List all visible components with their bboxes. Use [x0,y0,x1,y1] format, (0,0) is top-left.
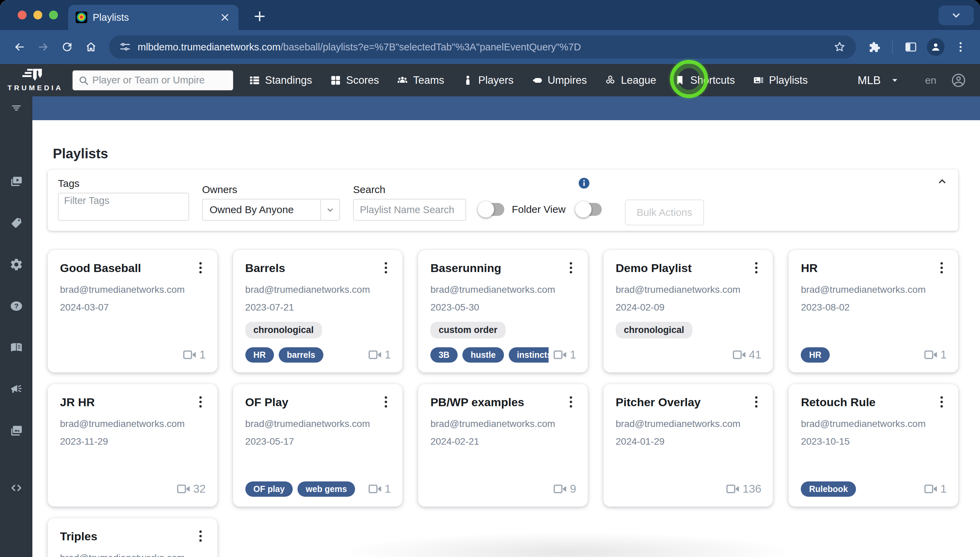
global-search[interactable] [72,70,234,91]
extensions-icon[interactable] [866,39,882,55]
playlist-title: Baserunning [430,262,566,275]
playlist-card[interactable]: JR HR brad@trumedianetworks.com 2023-11-… [48,384,217,507]
kebab-menu-icon[interactable] [381,262,391,275]
video-count-number: 1 [941,348,947,361]
nav-item-league[interactable]: League [604,74,656,86]
tags-filter-group: Tags [58,178,189,221]
help-icon[interactable]: ? [10,299,23,313]
kebab-menu-icon[interactable] [751,396,761,410]
kebab-menu-icon[interactable] [566,396,576,410]
tab-search-button[interactable] [938,5,974,25]
tab-strip: Playlists [0,0,980,30]
tags-filter-input[interactable] [58,193,189,221]
playlist-date: 2023-11-29 [60,436,206,447]
playlist-card[interactable]: PB/WP examples brad@trumedianetworks.com… [418,384,588,507]
search-label: Search [353,184,466,195]
playlist-date: 2024-02-09 [616,302,761,313]
kebab-menu-icon[interactable] [751,262,761,275]
forward-button[interactable] [36,39,51,55]
maximize-window-button[interactable] [49,11,58,20]
playlist-title: PB/WP examples [430,396,566,409]
nav-item-playlists[interactable]: Playlists [753,74,808,86]
window-controls[interactable] [18,11,58,20]
owners-select[interactable]: Owned By Anyone [202,199,340,221]
gear-icon[interactable] [10,258,23,271]
playlist-card[interactable]: OF Play brad@trumedianetworks.com 2023-0… [233,384,403,507]
address-bar[interactable]: mlbdemo.trumedianetworks.com/baseball/pl… [109,36,856,59]
back-button[interactable] [11,39,27,55]
playlist-card[interactable]: Demo Playlist brad@trumedianetworks.com … [603,250,773,373]
folder-view-toggle[interactable] [479,203,504,216]
video-camera-icon [924,484,938,494]
playlist-card[interactable]: Baserunning brad@trumedianetworks.com 20… [418,250,588,373]
trumedia-logo[interactable]: TRUMEDIA [0,68,72,92]
book-icon[interactable] [10,341,23,354]
browser-menu-icon[interactable] [953,39,969,55]
video-count: 1 [924,482,947,495]
kebab-menu-icon[interactable] [936,262,947,275]
playlist-date: 2024-01-29 [616,436,761,447]
tab-favicon [76,11,87,23]
collapse-panel-icon[interactable] [936,176,948,187]
main-content: Playlists Tags Owners Owned By Anyone Se… [33,96,980,557]
url-text[interactable]: mlbdemo.trumedianetworks.com/baseball/pl… [138,42,826,53]
playlist-card[interactable]: Triples brad@trumedianetworks.com [48,518,217,557]
browser-profile-avatar[interactable] [927,38,944,56]
playlist-card[interactable]: Pitcher Overlay brad@trumedianetworks.co… [603,384,773,507]
nav-item-standings[interactable]: Standings [249,74,312,86]
video-camera-icon [177,484,191,494]
side-panel-icon[interactable] [903,39,919,55]
site-info-icon[interactable] [119,41,132,54]
kebab-menu-icon[interactable] [196,530,206,544]
browser-tab[interactable]: Playlists [68,5,238,30]
filter-icon[interactable] [10,102,23,114]
owners-select-value: Owned By Anyone [203,200,320,220]
playlist-card[interactable]: Retouch Rule brad@trumedianetworks.com 2… [789,384,958,507]
close-window-button[interactable] [18,11,26,20]
bulk-actions-button[interactable]: Bulk Actions [625,200,704,225]
nav-item-players[interactable]: Players [462,74,513,86]
playlist-card[interactable]: Good Baseball brad@trumedianetworks.com … [48,250,217,373]
tag-icon[interactable] [10,216,23,230]
playlist-card[interactable]: Barrels brad@trumedianetworks.com 2023-0… [233,250,403,373]
playlist-owner: brad@trumedianetworks.com [430,284,576,295]
search-input[interactable] [92,75,228,86]
info-icon[interactable] [578,177,590,189]
tag-pill: HR [245,347,274,363]
kebab-menu-icon[interactable] [196,396,206,410]
playlist-title: Demo Playlist [616,262,751,275]
kebab-menu-icon[interactable] [381,396,391,410]
kebab-menu-icon[interactable] [936,396,947,410]
reload-button[interactable] [59,39,75,55]
minimize-window-button[interactable] [33,11,42,20]
kebab-menu-icon[interactable] [196,262,206,275]
nav-item-shortcuts[interactable]: Shortcuts [674,74,735,86]
nav-item-scores[interactable]: Scores [330,74,379,86]
bulk-actions-toggle[interactable] [577,203,602,216]
new-tab-button[interactable] [252,9,267,24]
trumedia-logo-text: TRUMEDIA [8,84,63,92]
playlist-search-input[interactable] [353,199,466,221]
home-button[interactable] [83,39,99,55]
gallery-icon[interactable] [10,424,23,438]
video-playlist-icon[interactable] [10,175,23,188]
kebab-menu-icon[interactable] [566,262,576,275]
playlist-card[interactable]: HR brad@trumedianetworks.com 2023-08-02 … [789,250,958,373]
account-icon[interactable] [951,73,966,88]
nav-right: MLB en [858,73,966,88]
playlist-title: JR HR [60,396,196,409]
chevron-down-icon [325,205,335,215]
league-selector[interactable]: MLB [858,74,899,87]
video-count: 1 [924,348,947,361]
nav-item-teams[interactable]: Teams [397,74,444,86]
video-count-number: 1 [941,482,947,495]
playlists-icon [753,75,764,86]
code-icon[interactable] [10,481,23,495]
playlist-date: 2023-07-21 [245,302,391,313]
nav-item-umpires[interactable]: Umpires [531,74,587,86]
tab-close-icon[interactable] [219,11,231,23]
language-selector[interactable]: en [925,75,936,86]
megaphone-icon[interactable] [10,382,23,396]
video-count: 41 [733,348,761,361]
bookmark-star-icon[interactable] [833,40,846,54]
